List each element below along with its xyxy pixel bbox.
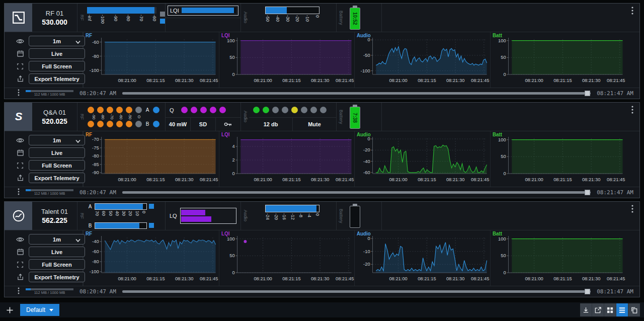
device-row-rf01: RF 01 530.000 RF -inf-100-90-80-70-60 LQ… bbox=[4, 3, 640, 99]
svg-text:RF: RF bbox=[86, 231, 92, 236]
scale-tick: -100 bbox=[100, 15, 105, 28]
svg-text:RF: RF bbox=[86, 132, 92, 137]
time-range-select[interactable]: 1m bbox=[29, 135, 85, 145]
storage-fill bbox=[26, 288, 31, 290]
full-screen-button[interactable]: Full Screen bbox=[29, 61, 85, 71]
batt-chart: 08:21:0008:21:1508:21:3008:21:45100500Ba… bbox=[491, 131, 626, 187]
timeline-start-time: 08:20:47 AM bbox=[79, 288, 116, 295]
mute-status: Mute bbox=[292, 118, 336, 131]
calendar-icon[interactable] bbox=[16, 149, 24, 157]
export-telemetry-button[interactable]: Export Telemetry bbox=[29, 173, 85, 183]
storage-fill bbox=[26, 189, 31, 191]
antenna-b-indicator bbox=[149, 223, 154, 228]
svg-text:-20: -20 bbox=[363, 147, 370, 152]
audio-section-label: Audio bbox=[243, 210, 248, 221]
svg-text:08:21:15: 08:21:15 bbox=[146, 276, 165, 281]
encryption-cell bbox=[215, 118, 240, 131]
svg-text:LQI: LQI bbox=[221, 231, 229, 236]
antenna-b-label: B bbox=[88, 223, 93, 228]
scale-tick: -10 bbox=[305, 15, 309, 29]
shure-logo: S bbox=[5, 103, 32, 131]
add-view-button[interactable] bbox=[4, 304, 15, 315]
scale-tick: -60 bbox=[116, 114, 123, 120]
full-screen-button[interactable]: Full Screen bbox=[29, 160, 85, 171]
grid-view-button[interactable] bbox=[604, 303, 616, 316]
timeline-slider[interactable] bbox=[122, 290, 591, 293]
calendar-icon[interactable] bbox=[16, 248, 24, 256]
rf-b-meter bbox=[95, 222, 147, 229]
row-menu-kebab-icon[interactable] bbox=[631, 205, 633, 215]
batt-chart-panel: 08:21:0008:21:1508:21:3008:21:45100500Ba… bbox=[490, 131, 626, 187]
live-button[interactable]: Live bbox=[29, 48, 85, 59]
timeline-kebab-icon[interactable] bbox=[18, 287, 20, 296]
timeline-kebab-icon[interactable] bbox=[18, 89, 20, 98]
device-name: Q&A 01 bbox=[43, 109, 66, 116]
svg-text:-80: -80 bbox=[92, 259, 99, 264]
visibility-eye-icon[interactable] bbox=[16, 235, 24, 244]
rf-a-meter bbox=[95, 203, 147, 210]
rf-section-label: RF bbox=[79, 15, 85, 21]
svg-text:50: 50 bbox=[229, 54, 234, 60]
fullscreen-icon[interactable] bbox=[16, 62, 24, 70]
svg-text:-80: -80 bbox=[92, 53, 99, 59]
led-dot bbox=[107, 107, 113, 113]
timeline-slider[interactable] bbox=[122, 191, 591, 194]
lqi-chart-panel: 08:21:0008:21:1508:21:3008:21:45100500LQ… bbox=[219, 230, 355, 286]
mode-value: SD bbox=[190, 118, 215, 131]
export-icon[interactable] bbox=[16, 174, 24, 182]
time-range-select[interactable]: 1m bbox=[29, 36, 85, 46]
led-dot bbox=[291, 107, 298, 113]
led-dot bbox=[107, 121, 113, 127]
svg-text:08:21:15: 08:21:15 bbox=[146, 77, 165, 83]
device-frequency: 520.025 bbox=[42, 117, 67, 125]
fullscreen-icon[interactable] bbox=[16, 162, 24, 170]
antenna-a-indicator bbox=[149, 204, 154, 209]
visibility-eye-icon[interactable] bbox=[16, 136, 24, 144]
export-telemetry-button[interactable]: Export Telemetry bbox=[29, 272, 85, 282]
svg-text:08:21:30: 08:21:30 bbox=[310, 77, 329, 83]
full-screen-button[interactable]: Full Screen bbox=[29, 259, 85, 270]
export-icon[interactable] bbox=[16, 273, 24, 281]
svg-text:-40: -40 bbox=[92, 238, 99, 244]
rf-b-fill bbox=[95, 223, 139, 228]
row-menu-kebab-icon[interactable] bbox=[631, 106, 633, 116]
rf-chart-panel: 08:21:0008:21:1508:21:3008:21:45-60-80-1… bbox=[83, 32, 219, 88]
open-external-button[interactable] bbox=[592, 303, 604, 316]
export-telemetry-button[interactable]: Export Telemetry bbox=[29, 73, 85, 84]
svg-text:0: 0 bbox=[232, 270, 234, 275]
row-menu-kebab-icon[interactable] bbox=[631, 7, 633, 17]
preset-dropdown[interactable]: Default bbox=[20, 304, 59, 316]
rf-led-scale: -90-80-70-60-50O bbox=[88, 113, 142, 121]
scale-tick: 0 bbox=[141, 211, 146, 222]
antenna-indicators bbox=[160, 12, 165, 24]
led-dot bbox=[282, 107, 288, 113]
download-button[interactable] bbox=[580, 303, 592, 316]
scale-tick: 60 bbox=[101, 211, 106, 222]
svg-text:-50: -50 bbox=[363, 52, 370, 58]
live-button[interactable]: Live bbox=[29, 147, 85, 158]
row-controls: 1m Live Full Screen Export bbox=[5, 230, 83, 286]
timeline-slider-handle[interactable] bbox=[585, 289, 590, 294]
list-view-button[interactable] bbox=[616, 303, 628, 316]
fullscreen-icon[interactable] bbox=[16, 261, 24, 269]
svg-text:Audio: Audio bbox=[357, 231, 371, 236]
timeline-slider-handle[interactable] bbox=[585, 190, 590, 195]
led-dot bbox=[263, 107, 269, 113]
device-name: RF 01 bbox=[46, 10, 63, 17]
scale-tick: 70 bbox=[95, 211, 99, 222]
copy-view-button[interactable] bbox=[628, 303, 640, 316]
charts-strip: 1m Live Full Screen Export bbox=[5, 230, 639, 286]
live-button[interactable]: Live bbox=[29, 247, 85, 257]
time-range-select[interactable]: 1m bbox=[29, 234, 85, 245]
svg-text:100: 100 bbox=[498, 236, 506, 242]
full-screen-button-label: Full Screen bbox=[42, 63, 71, 69]
storage-indicator: 112 MB / 1000 MB bbox=[26, 288, 73, 295]
scale-tick: -50 bbox=[125, 114, 132, 120]
visibility-eye-icon[interactable] bbox=[16, 37, 24, 45]
svg-text:08:21:30: 08:21:30 bbox=[446, 77, 464, 83]
calendar-icon[interactable] bbox=[16, 50, 24, 58]
timeline-kebab-icon[interactable] bbox=[18, 188, 20, 197]
export-icon[interactable] bbox=[16, 75, 24, 83]
timeline-slider-handle[interactable] bbox=[585, 91, 590, 96]
timeline-slider[interactable] bbox=[122, 92, 591, 95]
